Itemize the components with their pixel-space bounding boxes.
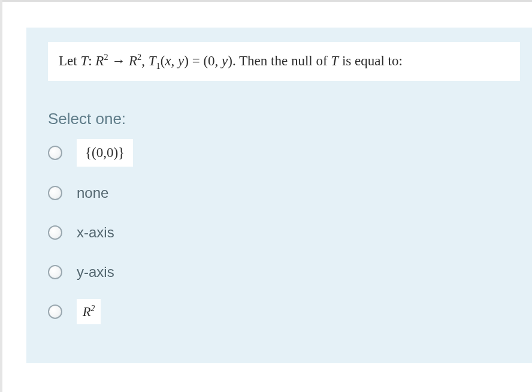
radio-icon[interactable] bbox=[48, 186, 62, 200]
option-label: y-axis bbox=[77, 264, 114, 281]
option-label: {(0,0)} bbox=[77, 139, 133, 167]
option-row[interactable]: x-axis bbox=[48, 219, 532, 246]
radio-icon[interactable] bbox=[48, 265, 62, 279]
left-border bbox=[0, 0, 2, 392]
radio-icon[interactable] bbox=[48, 225, 62, 240]
option-label: R2 bbox=[77, 299, 101, 324]
radio-icon[interactable] bbox=[48, 304, 62, 319]
question-card: Let T: R2 → R2, T1(x, y) = (0, y). Then … bbox=[26, 28, 532, 363]
option-label: none bbox=[77, 185, 108, 201]
stem-T: T bbox=[331, 53, 338, 68]
stem-math: T: R2 → R2, T1(x, y) = (0, y). bbox=[80, 53, 235, 68]
option-row[interactable]: {(0,0)} bbox=[48, 139, 532, 167]
options-group: {(0,0)} none x-axis y-axis R2 bbox=[48, 139, 532, 325]
top-border bbox=[2, 0, 532, 2]
radio-icon[interactable] bbox=[48, 146, 62, 160]
option-row[interactable]: y-axis bbox=[48, 259, 532, 285]
stem-prefix: Let bbox=[59, 53, 80, 68]
stem-end: is equal to: bbox=[338, 53, 403, 68]
stem-suffix: Then the null of bbox=[236, 53, 331, 68]
option-row[interactable]: none bbox=[48, 180, 532, 206]
option-row[interactable]: R2 bbox=[48, 298, 532, 325]
question-stem: Let T: R2 → R2, T1(x, y) = (0, y). Then … bbox=[48, 42, 520, 81]
select-one-label: Select one: bbox=[48, 110, 532, 128]
option-label: x-axis bbox=[77, 224, 114, 241]
